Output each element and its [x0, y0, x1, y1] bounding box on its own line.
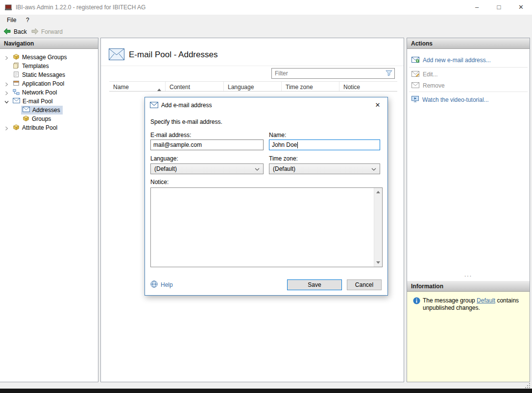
column-header-name[interactable]: Name: [109, 82, 166, 91]
timezone-dropdown[interactable]: (Default): [269, 163, 380, 174]
window-title: IBI-aws Admin 1.22.0 - registered for IB…: [16, 4, 145, 11]
name-field-value: John Doe: [272, 141, 297, 148]
toolbar: Back Forward: [0, 26, 532, 38]
video-tutorial-icon: [411, 96, 419, 104]
chevron-right-icon[interactable]: [4, 90, 9, 94]
edit-envelope-icon: [411, 71, 419, 78]
name-field[interactable]: John Doe: [269, 139, 380, 150]
tree-item-label: Network Pool: [22, 89, 57, 96]
close-window-button[interactable]: ✕: [510, 0, 532, 15]
scroll-up-icon[interactable]: [374, 188, 382, 196]
title-bar: IBI-aws Admin 1.22.0 - registered for IB…: [0, 0, 532, 15]
menu-help[interactable]: ?: [22, 15, 34, 26]
tree-item-attribute-pool[interactable]: Attribute Pool: [0, 123, 98, 132]
chevron-right-icon[interactable]: [4, 81, 9, 86]
action-label: Edit...: [423, 71, 438, 78]
remove-envelope-icon: [411, 82, 419, 90]
scrollbar[interactable]: [374, 188, 382, 267]
cancel-button[interactable]: Cancel: [347, 279, 382, 290]
tree-item-label: Static Messages: [22, 71, 65, 78]
tree-item-network-pool[interactable]: Network Pool: [0, 88, 98, 97]
help-label: Help: [161, 281, 173, 288]
close-icon[interactable]: ✕: [372, 100, 384, 110]
scroll-down-icon[interactable]: [374, 258, 382, 267]
back-button[interactable]: Back: [3, 27, 27, 36]
forward-button[interactable]: Forward: [31, 27, 63, 36]
tree-item-message-groups[interactable]: Message Groups: [0, 53, 98, 62]
action-edit[interactable]: Edit...: [407, 69, 530, 80]
chevron-down-icon: [371, 165, 376, 172]
box-icon: [23, 115, 29, 123]
email-pool-header-icon: [109, 48, 124, 62]
page-title: E-mail Pool - Addresses: [129, 50, 218, 60]
text-caret: [297, 142, 298, 148]
add-email-dialog: Add e-mail address ✕ Specify this e-mail…: [145, 97, 388, 296]
box-icon: [13, 53, 20, 62]
box-icon: [13, 124, 20, 132]
save-button[interactable]: Save: [287, 279, 342, 290]
menu-file[interactable]: File: [2, 15, 21, 26]
filter-input[interactable]: [271, 68, 395, 79]
minimize-button[interactable]: –: [466, 0, 488, 15]
notice-textarea[interactable]: [150, 187, 383, 267]
tree-item-addresses[interactable]: Addresses: [0, 106, 98, 115]
maximize-button[interactable]: □: [488, 0, 510, 15]
timezone-selected-value: (Default): [273, 165, 295, 172]
panel-splitter-handle[interactable]: ...: [407, 271, 530, 278]
app-window-icon: [13, 80, 20, 88]
tree-item-label: Addresses: [32, 107, 60, 114]
separator: [409, 67, 528, 68]
chevron-down-icon: [255, 165, 260, 172]
action-add-email[interactable]: Add new e-mail address...: [407, 55, 530, 66]
status-bar: [0, 382, 532, 389]
action-label: Remove: [423, 82, 445, 89]
chevron-down-icon[interactable]: [4, 99, 9, 103]
language-label: Language:: [150, 155, 178, 162]
tree-item-email-pool[interactable]: E-mail Pool: [0, 97, 98, 106]
back-label: Back: [14, 28, 27, 35]
filter-funnel-icon[interactable]: [386, 70, 392, 78]
separator: [409, 92, 528, 92]
help-link[interactable]: Help: [150, 280, 173, 289]
dialog-title: Add e-mail address: [161, 102, 212, 109]
chevron-right-icon[interactable]: [4, 55, 9, 59]
tree-item-label: Message Groups: [22, 54, 67, 61]
information-message: The message group Default contains unpub…: [423, 297, 524, 312]
info-text-before: The message group: [423, 297, 477, 304]
network-icon: [13, 89, 20, 97]
language-selected-value: (Default): [154, 165, 177, 172]
tree-item-templates[interactable]: Templates: [0, 62, 98, 70]
information-panel: The message group Default contains unpub…: [407, 292, 530, 382]
column-header-timezone[interactable]: Time zone: [282, 82, 339, 91]
language-dropdown[interactable]: (Default): [150, 163, 264, 174]
templates-icon: [13, 62, 20, 70]
column-header-content[interactable]: Content: [166, 82, 224, 91]
back-arrow-icon: [3, 27, 11, 37]
column-header-language[interactable]: Language: [224, 82, 282, 91]
tree-item-application-pool[interactable]: Application Pool: [0, 79, 98, 88]
timezone-label: Time zone:: [269, 155, 298, 162]
action-remove[interactable]: Remove: [407, 80, 530, 91]
navigation-panel: Navigation Message Groups Templates Stat…: [0, 38, 98, 382]
tree-item-groups[interactable]: Groups: [0, 115, 98, 123]
right-panel: Actions Add new e-mail address... Edit..…: [407, 38, 530, 382]
actions-header: Actions: [407, 38, 530, 49]
notice-label: Notice:: [150, 179, 169, 185]
sort-ascending-icon: [157, 86, 161, 92]
email-address-field[interactable]: [150, 139, 264, 150]
navigation-header: Navigation: [0, 38, 98, 49]
message-icon: [13, 71, 20, 79]
chevron-right-icon[interactable]: [4, 125, 9, 130]
tree-item-label: Attribute Pool: [22, 124, 57, 131]
menu-bar: File ?: [0, 15, 532, 26]
action-watch-tutorial[interactable]: Watch the video-tutorial...: [407, 94, 530, 105]
default-group-link[interactable]: Default: [477, 297, 495, 304]
envelope-icon: [13, 98, 20, 105]
header-divider: [101, 66, 404, 66]
table-header-row: Name Content Language Time zone Notice: [109, 81, 397, 92]
tree-item-static-messages[interactable]: Static Messages: [0, 70, 98, 79]
window-bottom-edge: [0, 389, 532, 393]
column-header-notice[interactable]: Notice: [339, 82, 397, 91]
forward-arrow-icon: [31, 27, 39, 37]
action-label: Add new e-mail address...: [423, 57, 491, 64]
